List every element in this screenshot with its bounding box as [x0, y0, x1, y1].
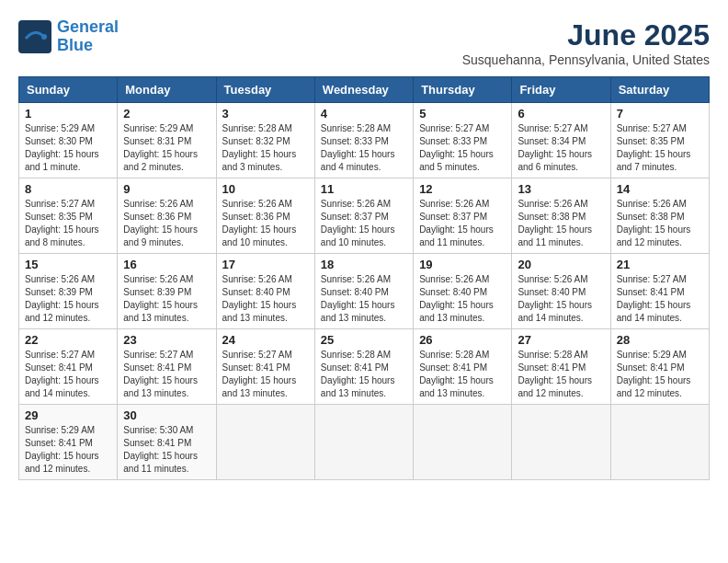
day-number: 13: [518, 182, 604, 196]
day-info: Sunrise: 5:26 AMSunset: 8:38 PMDaylight:…: [617, 198, 703, 249]
day-info: Sunrise: 5:27 AMSunset: 8:34 PMDaylight:…: [518, 122, 604, 174]
day-number: 1: [25, 107, 111, 121]
table-row: 19Sunrise: 5:26 AMSunset: 8:40 PMDayligh…: [414, 254, 512, 329]
calendar-week-row: 22Sunrise: 5:27 AMSunset: 8:41 PMDayligh…: [19, 329, 710, 405]
table-row: 26Sunrise: 5:28 AMSunset: 8:41 PMDayligh…: [414, 329, 512, 405]
logo-icon: [18, 20, 51, 53]
table-row: 14Sunrise: 5:26 AMSunset: 8:38 PMDayligh…: [610, 178, 709, 254]
day-info: Sunrise: 5:28 AMSunset: 8:41 PMDaylight:…: [321, 349, 407, 400]
table-row: [414, 405, 512, 480]
day-info: Sunrise: 5:27 AMSunset: 8:35 PMDaylight:…: [25, 198, 111, 249]
day-number: 23: [123, 333, 210, 347]
table-row: [512, 405, 610, 480]
day-info: Sunrise: 5:28 AMSunset: 8:41 PMDaylight:…: [518, 349, 604, 400]
day-number: 14: [617, 182, 703, 196]
calendar-header-row: Sunday Monday Tuesday Wednesday Thursday…: [19, 77, 710, 103]
day-info: Sunrise: 5:27 AMSunset: 8:35 PMDaylight:…: [617, 122, 703, 174]
table-row: 13Sunrise: 5:26 AMSunset: 8:38 PMDayligh…: [512, 178, 610, 254]
table-row: 25Sunrise: 5:28 AMSunset: 8:41 PMDayligh…: [314, 329, 413, 405]
calendar-week-row: 29Sunrise: 5:29 AMSunset: 8:41 PMDayligh…: [19, 405, 710, 480]
table-row: 3Sunrise: 5:28 AMSunset: 8:32 PMDaylight…: [216, 103, 314, 178]
day-number: 28: [617, 333, 703, 347]
table-row: 11Sunrise: 5:26 AMSunset: 8:37 PMDayligh…: [314, 178, 413, 254]
day-info: Sunrise: 5:26 AMSunset: 8:37 PMDaylight:…: [419, 198, 506, 249]
day-number: 12: [419, 182, 506, 196]
table-row: 6Sunrise: 5:27 AMSunset: 8:34 PMDaylight…: [512, 103, 610, 178]
day-info: Sunrise: 5:27 AMSunset: 8:41 PMDaylight:…: [222, 349, 309, 400]
day-info: Sunrise: 5:26 AMSunset: 8:37 PMDaylight:…: [321, 198, 407, 249]
table-row: 29Sunrise: 5:29 AMSunset: 8:41 PMDayligh…: [19, 405, 118, 480]
col-sunday: Sunday: [19, 77, 118, 103]
day-number: 29: [25, 408, 111, 422]
day-info: Sunrise: 5:26 AMSunset: 8:39 PMDaylight:…: [25, 273, 111, 325]
day-number: 6: [518, 107, 604, 121]
table-row: 16Sunrise: 5:26 AMSunset: 8:39 PMDayligh…: [118, 254, 216, 329]
table-row: 17Sunrise: 5:26 AMSunset: 8:40 PMDayligh…: [216, 254, 314, 329]
table-row: 28Sunrise: 5:29 AMSunset: 8:41 PMDayligh…: [610, 329, 709, 405]
table-row: 4Sunrise: 5:28 AMSunset: 8:33 PMDaylight…: [314, 103, 413, 178]
table-row: 9Sunrise: 5:26 AMSunset: 8:36 PMDaylight…: [118, 178, 216, 254]
day-number: 27: [518, 333, 604, 347]
table-row: 7Sunrise: 5:27 AMSunset: 8:35 PMDaylight…: [610, 103, 709, 178]
table-row: [610, 405, 709, 480]
day-number: 16: [123, 258, 210, 271]
col-wednesday: Wednesday: [314, 77, 413, 103]
day-info: Sunrise: 5:26 AMSunset: 8:40 PMDaylight:…: [419, 273, 506, 325]
table-row: 5Sunrise: 5:27 AMSunset: 8:33 PMDaylight…: [414, 103, 512, 178]
calendar-week-row: 1Sunrise: 5:29 AMSunset: 8:30 PMDaylight…: [19, 103, 710, 178]
calendar-table: Sunday Monday Tuesday Wednesday Thursday…: [18, 76, 710, 480]
day-info: Sunrise: 5:29 AMSunset: 8:41 PMDaylight:…: [25, 424, 111, 476]
day-info: Sunrise: 5:26 AMSunset: 8:40 PMDaylight:…: [321, 273, 407, 325]
day-number: 9: [123, 182, 210, 196]
day-number: 7: [617, 107, 703, 121]
table-row: 15Sunrise: 5:26 AMSunset: 8:39 PMDayligh…: [19, 254, 118, 329]
col-thursday: Thursday: [414, 77, 512, 103]
day-number: 26: [419, 333, 506, 347]
day-number: 4: [321, 107, 407, 121]
day-info: Sunrise: 5:27 AMSunset: 8:41 PMDaylight:…: [123, 349, 210, 400]
col-saturday: Saturday: [610, 77, 709, 103]
calendar-subtitle: Susquehanna, Pennsylvania, United States: [462, 52, 710, 67]
day-info: Sunrise: 5:27 AMSunset: 8:33 PMDaylight:…: [419, 122, 506, 174]
logo: General Blue: [18, 18, 119, 55]
table-row: 18Sunrise: 5:26 AMSunset: 8:40 PMDayligh…: [314, 254, 413, 329]
calendar-week-row: 8Sunrise: 5:27 AMSunset: 8:35 PMDaylight…: [19, 178, 710, 254]
day-number: 5: [419, 107, 506, 121]
table-row: [216, 405, 314, 480]
svg-point-1: [41, 34, 47, 40]
table-row: 21Sunrise: 5:27 AMSunset: 8:41 PMDayligh…: [610, 254, 709, 329]
day-info: Sunrise: 5:28 AMSunset: 8:33 PMDaylight:…: [321, 122, 407, 174]
day-number: 19: [419, 258, 506, 271]
logo-text: General Blue: [57, 18, 119, 55]
day-number: 10: [222, 182, 309, 196]
col-tuesday: Tuesday: [216, 77, 314, 103]
table-row: 2Sunrise: 5:29 AMSunset: 8:31 PMDaylight…: [118, 103, 216, 178]
day-info: Sunrise: 5:26 AMSunset: 8:36 PMDaylight:…: [222, 198, 309, 249]
table-row: 23Sunrise: 5:27 AMSunset: 8:41 PMDayligh…: [118, 329, 216, 405]
day-info: Sunrise: 5:26 AMSunset: 8:38 PMDaylight:…: [518, 198, 604, 249]
table-row: [314, 405, 413, 480]
table-row: 30Sunrise: 5:30 AMSunset: 8:41 PMDayligh…: [118, 405, 216, 480]
day-info: Sunrise: 5:26 AMSunset: 8:36 PMDaylight:…: [123, 198, 210, 249]
header: General Blue June 2025 Susquehanna, Penn…: [18, 18, 710, 67]
title-area: June 2025 Susquehanna, Pennsylvania, Uni…: [462, 18, 710, 67]
col-friday: Friday: [512, 77, 610, 103]
day-info: Sunrise: 5:29 AMSunset: 8:30 PMDaylight:…: [25, 122, 111, 174]
day-info: Sunrise: 5:29 AMSunset: 8:31 PMDaylight:…: [123, 122, 210, 174]
day-number: 24: [222, 333, 309, 347]
day-number: 8: [25, 182, 111, 196]
day-number: 21: [617, 258, 703, 271]
day-number: 20: [518, 258, 604, 271]
day-info: Sunrise: 5:28 AMSunset: 8:32 PMDaylight:…: [222, 122, 309, 174]
table-row: 12Sunrise: 5:26 AMSunset: 8:37 PMDayligh…: [414, 178, 512, 254]
day-number: 15: [25, 258, 111, 271]
day-info: Sunrise: 5:27 AMSunset: 8:41 PMDaylight:…: [617, 273, 703, 325]
table-row: 1Sunrise: 5:29 AMSunset: 8:30 PMDaylight…: [19, 103, 118, 178]
calendar-week-row: 15Sunrise: 5:26 AMSunset: 8:39 PMDayligh…: [19, 254, 710, 329]
table-row: 20Sunrise: 5:26 AMSunset: 8:40 PMDayligh…: [512, 254, 610, 329]
day-info: Sunrise: 5:27 AMSunset: 8:41 PMDaylight:…: [25, 349, 111, 400]
day-info: Sunrise: 5:28 AMSunset: 8:41 PMDaylight:…: [419, 349, 506, 400]
day-number: 17: [222, 258, 309, 271]
table-row: 24Sunrise: 5:27 AMSunset: 8:41 PMDayligh…: [216, 329, 314, 405]
day-number: 18: [321, 258, 407, 271]
